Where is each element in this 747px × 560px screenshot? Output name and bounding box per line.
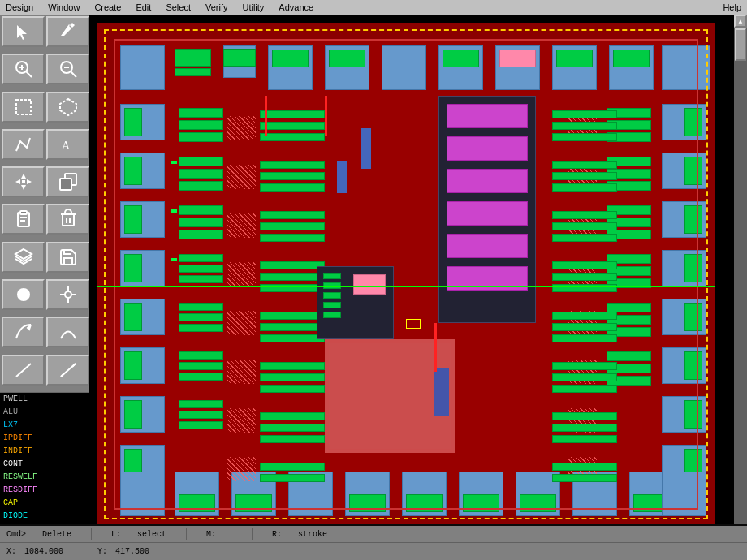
r-value: stroke — [298, 530, 327, 539]
scroll-track[interactable] — [734, 28, 747, 529]
scroll-up[interactable]: ▲ — [734, 15, 747, 28]
layer-resdiff[interactable]: RESDIFF — [0, 484, 89, 497]
fill-tool[interactable] — [2, 279, 45, 310]
l-value: select — [137, 530, 166, 539]
label-tool[interactable]: A — [46, 129, 89, 160]
layer-reswelf[interactable]: RESWELF — [0, 471, 89, 484]
m-label: M: — [206, 530, 216, 539]
l-label: L: — [111, 530, 121, 539]
debug-tool[interactable] — [46, 279, 89, 310]
svg-marker-12 — [15, 179, 20, 184]
toolbar: A — [0, 15, 89, 392]
ic-canvas[interactable] — [97, 23, 715, 524]
layer-ipdiff[interactable]: IPDIFF — [0, 432, 89, 445]
svg-line-1 — [26, 71, 32, 77]
svg-rect-16 — [60, 179, 71, 190]
line-tool[interactable] — [2, 355, 45, 386]
measure-tool[interactable] — [46, 355, 89, 386]
menu-select[interactable]: Select — [163, 2, 193, 13]
sep3 — [252, 528, 253, 540]
select-arrow-tool[interactable] — [2, 16, 45, 47]
sep1 — [91, 528, 92, 540]
zoom-out-tool[interactable] — [46, 54, 89, 84]
menu-utility[interactable]: Utility — [240, 2, 266, 13]
svg-marker-11 — [21, 185, 26, 190]
svg-line-30 — [61, 373, 64, 377]
layer-pwell[interactable]: PWELL — [0, 393, 89, 406]
svg-rect-14 — [22, 180, 25, 183]
status-row-coords: X: 1084.000 Y: 417.500 — [0, 543, 747, 560]
layer-cap[interactable]: CAP — [0, 497, 89, 510]
svg-point-26 — [65, 291, 71, 298]
menu-bar: Design Window Create Edit Select Verify … — [0, 0, 747, 15]
svg-text:A: A — [62, 140, 71, 152]
cmd-value: Delete — [42, 530, 71, 539]
y-label: Y: — [97, 547, 107, 556]
layers-tool[interactable] — [2, 242, 45, 273]
trash-tool[interactable] — [46, 204, 89, 235]
menu-edit[interactable]: Edit — [133, 2, 153, 13]
layer-lx7[interactable]: LX7 — [0, 419, 89, 432]
layer-alu[interactable]: ALU — [0, 406, 89, 419]
zoom-in-tool[interactable] — [2, 54, 45, 84]
save-tool[interactable] — [46, 242, 89, 273]
menu-verify[interactable]: Verify — [203, 2, 231, 13]
wire-tool[interactable] — [2, 129, 45, 160]
menu-design[interactable]: Design — [3, 2, 36, 13]
svg-line-31 — [72, 364, 76, 367]
r-label: R: — [272, 530, 282, 539]
svg-marker-8 — [60, 99, 76, 115]
copy-tool[interactable] — [46, 166, 89, 197]
svg-marker-13 — [27, 179, 32, 184]
layer-diode[interactable]: DIODE — [0, 510, 89, 523]
layer-indiff[interactable]: INDIFF — [0, 445, 89, 458]
right-scrollbar: ▲ ▼ — [734, 15, 747, 542]
status-row-commands: Cmd> Delete L: select M: R: stroke — [0, 526, 747, 543]
svg-line-28 — [16, 364, 31, 377]
svg-marker-10 — [21, 174, 26, 179]
menu-window[interactable]: Window — [45, 2, 82, 13]
svg-line-5 — [71, 71, 76, 77]
menu-create[interactable]: Create — [92, 2, 123, 13]
scroll-thumb[interactable] — [735, 28, 746, 61]
x-value: 1084.000 — [24, 547, 89, 556]
cmd-label: Cmd> — [6, 530, 26, 539]
status-bar: Cmd> Delete L: select M: R: stroke X: 10… — [0, 524, 747, 560]
x-label: X: — [6, 547, 16, 556]
select-rect-tool[interactable] — [2, 92, 45, 123]
select-poly-tool[interactable] — [46, 92, 89, 123]
canvas-area[interactable] — [89, 15, 734, 524]
svg-rect-18 — [20, 211, 27, 214]
clipboard-tool[interactable] — [2, 204, 45, 235]
arc-tool[interactable] — [46, 317, 89, 347]
move-tool[interactable] — [2, 166, 45, 197]
sep2 — [186, 528, 187, 540]
edit-tool[interactable] — [46, 16, 89, 47]
path-tool[interactable] — [2, 317, 45, 347]
menu-help[interactable]: Help — [720, 2, 744, 13]
svg-rect-7 — [16, 100, 31, 114]
layer-cont[interactable]: CONT — [0, 458, 89, 471]
y-value: 417.500 — [115, 547, 180, 556]
svg-point-25 — [17, 288, 30, 301]
menu-advance[interactable]: Advance — [276, 2, 316, 13]
svg-rect-21 — [63, 214, 74, 226]
